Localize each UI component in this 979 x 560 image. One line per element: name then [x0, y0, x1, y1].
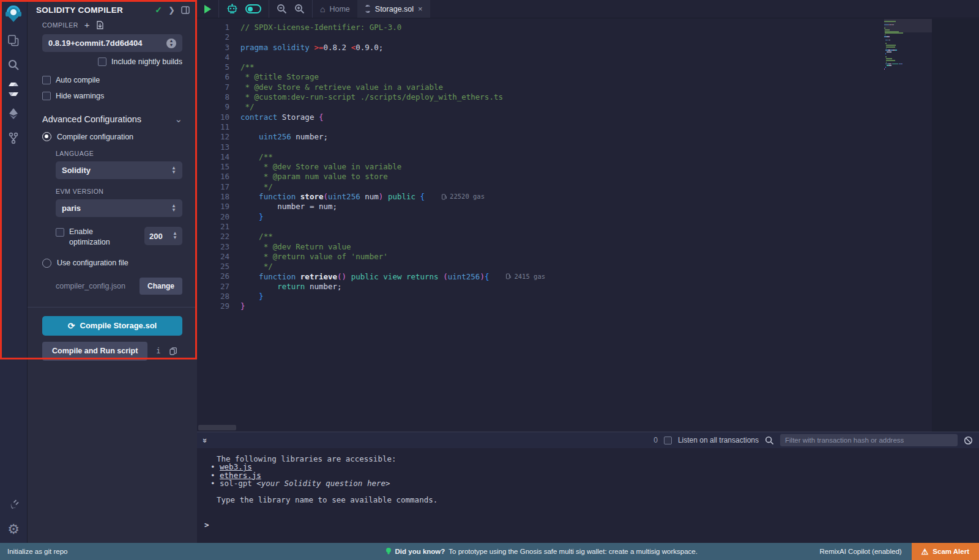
code-line[interactable]: 7 * @dev Store & retrieve value in a var…: [197, 83, 545, 92]
terminal-library-link: web3.js: [204, 463, 979, 471]
optimization-runs-input[interactable]: 200 ▲▼: [144, 227, 182, 245]
code-line[interactable]: 24 * @return value of 'number': [197, 252, 545, 262]
terminal-blank-line: [204, 488, 979, 496]
code-text: }: [229, 292, 264, 301]
transaction-filter-input[interactable]: Filter with transaction hash or address: [780, 434, 958, 446]
code-line[interactable]: 12 uint256 number;: [197, 132, 545, 142]
compiler-configuration-radio[interactable]: [42, 132, 51, 141]
include-nightly-checkbox[interactable]: [98, 57, 106, 66]
line-number: 18: [197, 192, 229, 202]
code-line[interactable]: 5/**: [197, 62, 545, 72]
zoom-out-icon[interactable]: [277, 4, 287, 14]
code-line[interactable]: 6 * @title Storage: [197, 72, 545, 82]
listen-transactions-checkbox[interactable]: [664, 437, 672, 444]
hide-warnings-checkbox-row[interactable]: Hide warnings: [42, 92, 182, 100]
pin-panel-icon[interactable]: [181, 6, 190, 14]
minimap[interactable]: [884, 21, 932, 70]
compiler-section-label: COMPILER +: [42, 20, 182, 30]
deploy-run-icon[interactable]: [0, 101, 28, 126]
code-line[interactable]: 2: [197, 32, 545, 42]
info-icon[interactable]: i: [156, 347, 160, 355]
tab-storage-sol[interactable]: Storage.sol ×: [357, 0, 430, 18]
line-number: 3: [197, 43, 229, 53]
panel-header: SOLIDITY COMPILER ✓ ❯: [28, 0, 197, 17]
code-text: /**: [229, 232, 273, 241]
code-line[interactable]: 14 /**: [197, 152, 545, 162]
tab-home[interactable]: ⌂ Home: [313, 0, 357, 18]
solidity-compiler-icon[interactable]: [0, 77, 28, 101]
code-line[interactable]: 22 /**: [197, 232, 545, 241]
terminal-search-icon[interactable]: [765, 436, 774, 445]
auto-compile-checkbox[interactable]: [42, 76, 51, 84]
line-number: 23: [197, 242, 229, 252]
compile-button[interactable]: ⟳ Compile Storage.sol: [42, 316, 182, 336]
editor-toolbar: ⌂ Home Storage.sol ×: [197, 0, 979, 18]
code-line[interactable]: 20 }: [197, 212, 545, 222]
terminal-prompt[interactable]: >: [204, 521, 979, 529]
zoom-in-icon[interactable]: [294, 4, 305, 14]
code-line[interactable]: 16 * @param num value to store: [197, 172, 545, 182]
code-line[interactable]: 27 return number;: [197, 282, 545, 292]
compiler-configuration-radio-row[interactable]: Compiler configuration: [42, 132, 182, 141]
hide-warnings-checkbox[interactable]: [42, 92, 51, 100]
code-line[interactable]: 29}: [197, 301, 545, 311]
evm-version-select[interactable]: paris ▲▼: [56, 199, 182, 217]
run-script-icon[interactable]: [204, 5, 211, 13]
use-config-file-radio[interactable]: [42, 259, 51, 268]
line-number: 9: [197, 102, 229, 112]
terminal-collapse-icon[interactable]: »: [201, 438, 210, 442]
terminal-output[interactable]: The following libraries are accessible:w…: [197, 448, 979, 543]
git-icon[interactable]: [0, 126, 28, 150]
plugin-manager-icon[interactable]: [0, 492, 28, 516]
line-number: 26: [197, 271, 229, 281]
copilot-status[interactable]: RemixAI Copilot (enabled): [819, 548, 911, 555]
copilot-toggle[interactable]: [245, 4, 261, 13]
clear-console-icon[interactable]: [964, 436, 973, 445]
code-line[interactable]: 4: [197, 53, 545, 62]
code-line[interactable]: 15 * @dev Store value in variable: [197, 162, 545, 172]
code-line[interactable]: 13: [197, 142, 545, 152]
remix-logo[interactable]: [0, 0, 28, 28]
code-line[interactable]: 26 function retrieve() public view retur…: [197, 271, 545, 281]
scam-alert-badge[interactable]: ⚠ Scam Alert: [912, 543, 979, 560]
code-text: */: [229, 102, 255, 112]
file-explorer-icon[interactable]: [0, 28, 28, 53]
open-file-icon[interactable]: [96, 21, 104, 29]
code-line[interactable]: 11: [197, 122, 545, 132]
advanced-configurations-header[interactable]: Advanced Configurations ⌄: [42, 114, 182, 125]
code-line[interactable]: 9 */: [197, 102, 545, 112]
code-editor[interactable]: 1// SPDX-License-Identifier: GPL-3.023pr…: [197, 19, 979, 432]
code-line[interactable]: 10contract Storage {: [197, 112, 545, 122]
change-config-button[interactable]: Change: [140, 278, 182, 295]
compile-and-run-button[interactable]: Compile and Run script: [42, 342, 147, 361]
code-line[interactable]: 19 number = num;: [197, 202, 545, 212]
runs-stepper-icon[interactable]: ▲▼: [173, 232, 177, 240]
code-text: */: [229, 182, 273, 192]
code-line[interactable]: 18 function store(uint256 num) public {2…: [197, 192, 545, 202]
add-compiler-icon[interactable]: +: [84, 20, 90, 30]
enable-optimization-label: Enableoptimization: [69, 227, 144, 248]
code-line[interactable]: 3pragma solidity >=0.8.2 <0.9.0;: [197, 43, 545, 53]
code-line[interactable]: 1// SPDX-License-Identifier: GPL-3.0: [197, 23, 545, 32]
use-config-file-radio-row[interactable]: Use configuration file: [42, 259, 182, 268]
code-line[interactable]: 28 }: [197, 292, 545, 301]
code-line[interactable]: 8 * @custom:dev-run-script ./scripts/dep…: [197, 92, 545, 102]
code-line[interactable]: 21: [197, 222, 545, 232]
search-icon[interactable]: [0, 53, 28, 77]
close-tab-icon[interactable]: ×: [418, 4, 423, 13]
compiler-version-select[interactable]: 0.8.19+commit.7dd6d404 ▲▼: [42, 34, 182, 52]
code-line[interactable]: 23 * @dev Return value: [197, 242, 545, 252]
remix-ai-robot-icon[interactable]: [226, 4, 238, 15]
horizontal-scrollbar-thumb[interactable]: [198, 425, 236, 430]
chevron-right-icon[interactable]: ❯: [168, 6, 175, 15]
code-line[interactable]: 25 */: [197, 262, 545, 271]
git-init-status[interactable]: Initialize as git repo: [0, 548, 263, 555]
include-nightly-checkbox-row[interactable]: Include nightly builds: [42, 57, 182, 66]
auto-compile-checkbox-row[interactable]: Auto compile: [42, 76, 182, 84]
solidity-file-icon: [365, 5, 371, 13]
code-line[interactable]: 17 */: [197, 182, 545, 192]
copy-icon[interactable]: [169, 347, 177, 355]
enable-optimization-checkbox[interactable]: [56, 228, 64, 237]
language-select[interactable]: Solidity ▲▼: [56, 161, 182, 179]
settings-icon[interactable]: ⚙: [0, 516, 28, 543]
